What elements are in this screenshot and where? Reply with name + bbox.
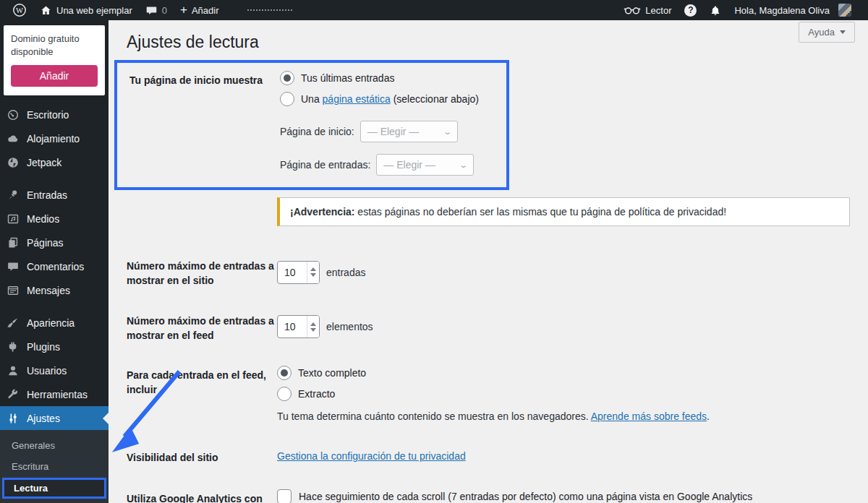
- warning-bold-text: ¡Advertencia:: [290, 206, 354, 218]
- cloud-icon: [6, 132, 20, 146]
- feeds-learn-more-link[interactable]: Aprende más sobre feeds: [591, 410, 707, 422]
- page-title: Ajustes de lectura: [127, 20, 850, 60]
- help-menu[interactable]: ?: [678, 0, 703, 20]
- max-feed-input[interactable]: [278, 321, 307, 332]
- max-feed-row: Número máximo de entradas a mostrar en e…: [127, 311, 850, 343]
- comment-bubble-icon: [145, 4, 158, 17]
- help-dropdown-button[interactable]: Ayuda: [799, 22, 855, 43]
- sidebar-item-paginas[interactable]: Páginas: [0, 231, 109, 254]
- analytics-checkbox-label: Hace seguimiento de cada scroll (7 entra…: [299, 489, 752, 503]
- submenu-item-lectura[interactable]: Lectura: [2, 478, 106, 499]
- posts-page-select[interactable]: — Elegir — ⌄: [376, 154, 474, 176]
- number-stepper[interactable]: [307, 316, 319, 338]
- site-name-menu[interactable]: Una web ejemplar: [33, 0, 139, 20]
- comments-menu[interactable]: 0: [139, 0, 174, 20]
- excerpt-radio-label: Extracto: [298, 388, 335, 400]
- sidebar-item-apariencia[interactable]: Apariencia: [0, 311, 109, 335]
- homepage-select[interactable]: — Elegir — ⌄: [360, 121, 458, 142]
- visibility-row: Visibilidad del sitio Gestiona la config…: [127, 448, 850, 465]
- max-feed-unit: elementos: [326, 321, 373, 332]
- dashboard-icon: [6, 108, 20, 122]
- full-text-radio-label: Texto completo: [298, 367, 366, 379]
- latest-posts-radio[interactable]: [280, 71, 294, 85]
- stepper-up-icon: [310, 267, 316, 271]
- excerpt-radio[interactable]: [277, 387, 292, 401]
- homepage-annotation-box: Tu página de inicio muestra Tus últimas …: [114, 60, 509, 190]
- redacted-dotted-line: [247, 9, 292, 11]
- analytics-label: Utiliza Google Analytics con scroll infi…: [127, 489, 277, 503]
- reader-menu[interactable]: Lector: [617, 0, 678, 20]
- sidebar-item-label: Mensajes: [27, 285, 70, 296]
- static-page-text-suffix: (seleccionar abajo): [391, 93, 479, 105]
- sidebar-item-medios[interactable]: Medios: [0, 207, 109, 231]
- free-domain-add-button[interactable]: Añadir: [11, 65, 98, 87]
- sidebar-group-gap: [0, 174, 109, 183]
- sidebar-item-usuarios[interactable]: Usuarios: [0, 358, 109, 382]
- sidebar-item-label: Jetpack: [27, 157, 61, 168]
- admin-sidebar: Dominio gratuito disponible Añadir Escri…: [0, 20, 109, 503]
- new-content-menu[interactable]: + Añadir: [174, 0, 226, 20]
- sidebar-item-label: Entradas: [27, 189, 67, 201]
- sidebar-item-escritorio[interactable]: Escritorio: [0, 103, 109, 126]
- analytics-checkbox[interactable]: [277, 489, 292, 503]
- analytics-row: Utiliza Google Analytics con scroll infi…: [127, 489, 850, 503]
- static-page-link[interactable]: página estática: [323, 93, 391, 105]
- submenu-item-escritura[interactable]: Escritura: [0, 456, 109, 477]
- wordpress-logo-menu[interactable]: W: [6, 0, 33, 20]
- max-feed-label: Número máximo de entradas a mostrar en e…: [127, 311, 277, 343]
- help-label: Ayuda: [808, 27, 835, 38]
- reading-settings-page: Ayuda Ajustes de lectura Tu página de in…: [109, 20, 868, 503]
- pages-icon: [6, 236, 20, 250]
- sidebar-item-ajustes[interactable]: Ajustes: [0, 406, 109, 430]
- max-posts-unit: entradas: [326, 267, 365, 278]
- homepage-setting-label: Tu página de inicio muestra: [129, 71, 280, 106]
- sidebar-item-label: Alojamiento: [27, 133, 80, 145]
- media-icon: [6, 212, 20, 226]
- notifications-menu[interactable]: [703, 0, 728, 20]
- comments-icon: [6, 259, 20, 274]
- avatar: [838, 4, 851, 17]
- settings-sliders-icon: [6, 411, 20, 426]
- account-menu[interactable]: Hola, Magdalena Oliva: [728, 0, 858, 20]
- sidebar-item-mensajes[interactable]: Mensajes: [0, 278, 109, 302]
- full-text-radio[interactable]: [277, 366, 292, 380]
- static-page-radio-label: Una página estática (seleccionar abajo): [301, 93, 479, 105]
- sidebar-group-gap: [0, 302, 109, 311]
- home-icon: [40, 4, 52, 17]
- visibility-label: Visibilidad del sitio: [127, 448, 277, 465]
- submenu-item-comentarios[interactable]: Comentarios: [0, 499, 109, 503]
- sidebar-item-alojamiento[interactable]: Alojamiento: [0, 126, 109, 150]
- sidebar-item-label: Páginas: [27, 237, 64, 249]
- user-icon: [6, 364, 20, 378]
- max-posts-input[interactable]: [278, 267, 307, 278]
- admin-top-bar: W Una web ejemplar 0 + Añadir Lector ?: [0, 0, 868, 20]
- max-posts-label: Número máximo de entradas a mostrar en e…: [127, 257, 277, 288]
- sidebar-item-entradas[interactable]: Entradas: [0, 183, 109, 207]
- sidebar-item-label: Medios: [27, 213, 59, 225]
- sidebar-item-label: Herramientas: [27, 389, 88, 400]
- submenu-item-generales[interactable]: Generales: [0, 435, 109, 456]
- jetpack-icon: [6, 155, 20, 170]
- sidebar-item-herramientas[interactable]: Herramientas: [0, 382, 109, 406]
- max-posts-input-wrap: [277, 261, 320, 284]
- feed-description-period: .: [707, 410, 710, 422]
- max-feed-input-wrap: [277, 315, 320, 338]
- ajustes-submenu: Generales Escritura Lectura Comentarios: [0, 430, 109, 503]
- number-stepper[interactable]: [307, 262, 319, 283]
- privacy-settings-link[interactable]: Gestiona la configuración de tu privacid…: [277, 450, 466, 462]
- sidebar-item-jetpack[interactable]: Jetpack: [0, 150, 109, 174]
- latest-posts-radio-label: Tus últimas entradas: [301, 72, 394, 84]
- appearance-brush-icon: [6, 316, 20, 330]
- homepage-select-value: — Elegir —: [367, 126, 420, 137]
- help-circle-icon: ?: [684, 4, 697, 17]
- sidebar-item-comentarios[interactable]: Comentarios: [0, 254, 109, 278]
- posts-page-select-value: — Elegir —: [383, 159, 435, 171]
- new-content-label: Añadir: [192, 5, 219, 16]
- stepper-down-icon: [310, 273, 316, 277]
- plus-icon: +: [180, 4, 187, 16]
- sidebar-item-plugins[interactable]: Plugins: [0, 335, 109, 358]
- feed-content-row: Para cada entrada en el feed, incluir Te…: [127, 366, 850, 422]
- account-greeting: Hola, Magdalena Oliva: [734, 5, 830, 16]
- static-page-radio[interactable]: [280, 92, 294, 106]
- stepper-down-icon: [310, 328, 316, 332]
